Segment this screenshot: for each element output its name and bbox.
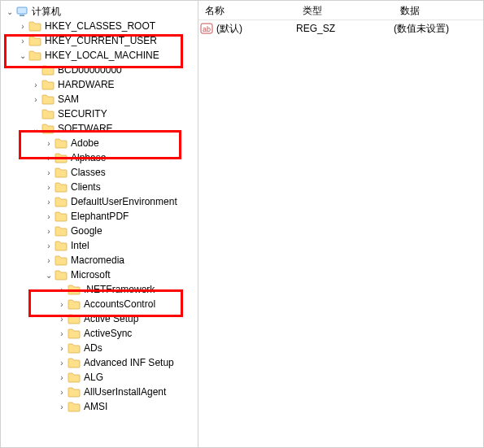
folder-icon [68, 284, 81, 295]
tree-item-advinf[interactable]: ›Advanced INF Setup [1, 355, 198, 370]
tree-item-bcd[interactable]: ›BCD00000000 [1, 63, 198, 77]
folder-icon [68, 342, 81, 354]
chevron-right-icon[interactable]: › [56, 357, 68, 368]
chevron-right-icon[interactable]: › [56, 313, 68, 324]
tree-item-label: HARDWARE [58, 77, 115, 92]
chevron-right-icon[interactable]: › [56, 284, 68, 295]
registry-tree[interactable]: ⌄计算机›HKEY_CLASSES_ROOT›HKEY_CURRENT_USER… [1, 4, 198, 414]
chevron-right-icon[interactable]: › [43, 137, 55, 149]
chevron-right-icon[interactable]: › [17, 20, 28, 32]
folder-icon [55, 269, 68, 281]
chevron-right-icon[interactable]: › [30, 94, 41, 105]
chevron-right-icon[interactable]: › [43, 196, 55, 207]
chevron-down-icon[interactable]: ⌄ [30, 123, 41, 134]
tree-item-amsi[interactable]: ›AMSI [1, 399, 198, 414]
folder-icon [68, 357, 81, 368]
tree-item-label: ADs [84, 341, 102, 355]
chevron-right-icon[interactable]: › [56, 328, 68, 339]
tree-item-label: SOFTWARE [58, 121, 113, 136]
chevron-down-icon[interactable]: ⌄ [43, 269, 55, 281]
tree-item-security[interactable]: ›SECURITY [1, 107, 198, 121]
tree-item-due[interactable]: ›DefaultUserEnvironment [1, 194, 198, 209]
chevron-right-icon[interactable]: › [43, 167, 55, 178]
chevron-right-icon[interactable]: › [56, 386, 68, 398]
tree-item-epdf[interactable]: ›ElephantPDF [1, 209, 198, 224]
chevron-right-icon[interactable]: › [43, 254, 55, 266]
tree-item-label: Microsoft [71, 267, 111, 282]
tree-item-label: ElephantPDF [71, 209, 129, 224]
col-data[interactable]: 数据 [394, 1, 483, 20]
tree-item-hkcu[interactable]: ›HKEY_CURRENT_USER [1, 33, 198, 48]
tree-item-alluia[interactable]: ›AllUserInstallAgent [1, 385, 198, 399]
tree-item-hkcr[interactable]: ›HKEY_CLASSES_ROOT [1, 19, 198, 33]
tree-item-alphase[interactable]: ›Alphase [1, 150, 198, 165]
folder-icon [28, 35, 41, 46]
folder-icon [28, 20, 41, 32]
tree-item-label: Active Setup [84, 311, 138, 326]
tree-item-hardware[interactable]: ›HARDWARE [1, 77, 198, 92]
folder-icon [55, 254, 68, 266]
tree-item-label: Google [71, 224, 102, 238]
value-list[interactable]: ab(默认)REG_SZ(数值未设置) [198, 20, 483, 447]
tree-item-alg[interactable]: ›ALG [1, 370, 198, 385]
tree-item-hklm[interactable]: ⌄HKEY_LOCAL_MACHINE [1, 48, 198, 63]
folder-icon [55, 152, 68, 163]
tree-item-netfx[interactable]: ›.NETFramework [1, 282, 198, 297]
tree-item-asetup[interactable]: ›Active Setup [1, 311, 198, 326]
value-row[interactable]: ab(默认)REG_SZ(数值未设置) [198, 20, 483, 37]
tree-item-classes[interactable]: ›Classes [1, 165, 198, 180]
folder-icon [28, 50, 41, 61]
col-name[interactable]: 名称 [198, 1, 296, 20]
tree-item-microsoft[interactable]: ⌄Microsoft [1, 267, 198, 282]
tree-item-label: Advanced INF Setup [84, 355, 174, 370]
tree-item-async[interactable]: ›ActiveSync [1, 326, 198, 341]
string-value-icon: ab [200, 22, 213, 35]
folder-icon [68, 401, 81, 412]
folder-icon [41, 94, 55, 105]
chevron-down-icon[interactable]: ⌄ [17, 50, 28, 61]
chevron-right-icon[interactable]: › [43, 152, 55, 163]
tree-item-adobe[interactable]: ›Adobe [1, 136, 198, 150]
tree-item-sam[interactable]: ›SAM [1, 92, 198, 107]
tree-item-label: SECURITY [58, 107, 107, 121]
chevron-right-icon[interactable]: › [56, 298, 68, 310]
tree-item-label: AllUserInstallAgent [84, 385, 166, 399]
chevron-right-icon[interactable]: › [43, 181, 55, 193]
tree-item-google[interactable]: ›Google [1, 224, 198, 238]
computer-icon [15, 6, 28, 17]
tree-item-label: HKEY_CURRENT_USER [45, 33, 157, 48]
folder-icon [68, 386, 81, 398]
chevron-right-icon[interactable]: › [17, 35, 28, 46]
value-type: REG_SZ [296, 23, 394, 34]
tree-item-label: HKEY_LOCAL_MACHINE [45, 48, 159, 63]
chevron-down-icon[interactable]: ⌄ [4, 6, 15, 17]
tree-item-accctrl[interactable]: ›AccountsControl [1, 297, 198, 311]
chevron-right-icon[interactable]: › [43, 240, 55, 251]
value-name: (默认) [216, 22, 296, 36]
tree-item-label: Intel [71, 238, 89, 253]
tree-item-label: Alphase [71, 150, 106, 165]
folder-icon [41, 108, 55, 120]
tree-item-label: Clients [71, 180, 101, 194]
chevron-right-icon[interactable]: › [56, 401, 68, 412]
chevron-right-icon[interactable]: › [43, 225, 55, 237]
folder-icon [55, 167, 68, 178]
tree-item-label: HKEY_CLASSES_ROOT [45, 19, 155, 33]
chevron-right-icon[interactable]: › [30, 79, 41, 90]
tree-item-clients[interactable]: ›Clients [1, 180, 198, 194]
chevron-right-icon[interactable]: › [56, 372, 68, 383]
tree-item-macro[interactable]: ›Macromedia [1, 253, 198, 267]
folder-icon [55, 196, 68, 207]
tree-item-root[interactable]: ⌄计算机 [1, 4, 198, 19]
tree-item-intel[interactable]: ›Intel [1, 238, 198, 253]
tree-item-label: AMSI [84, 399, 107, 414]
chevron-right-icon[interactable]: › [56, 342, 68, 354]
col-type[interactable]: 类型 [296, 1, 394, 20]
column-headers[interactable]: 名称 类型 数据 [198, 1, 483, 20]
tree-item-label: .NETFramework [84, 282, 155, 297]
tree-item-software[interactable]: ⌄SOFTWARE [1, 121, 198, 136]
tree-item-ads[interactable]: ›ADs [1, 341, 198, 355]
tree-item-label: ActiveSync [84, 326, 132, 341]
chevron-right-icon[interactable]: › [43, 211, 55, 222]
tree-item-label: ALG [84, 370, 103, 385]
